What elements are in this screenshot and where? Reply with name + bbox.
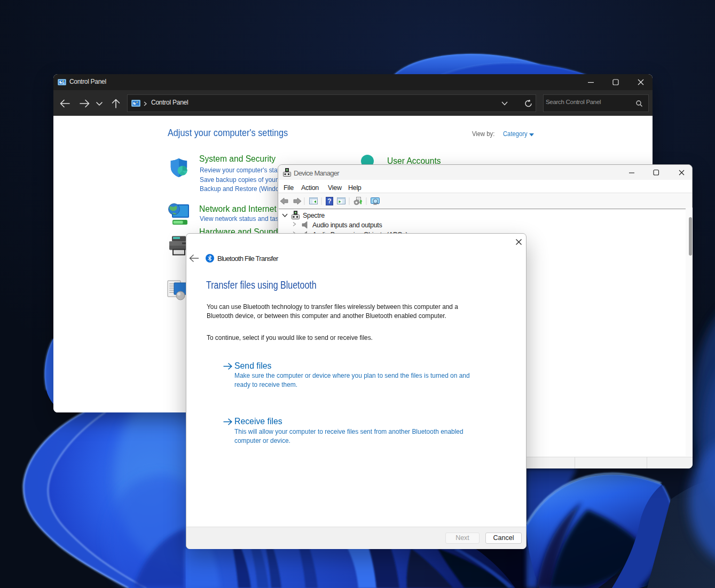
svg-text:?: ? (327, 197, 331, 205)
